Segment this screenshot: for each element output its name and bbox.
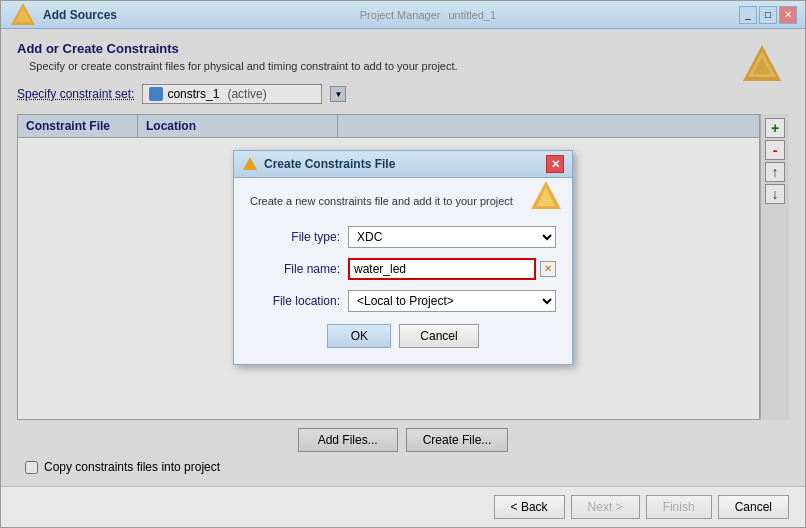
modal-content: Create a new constraints file and add it… [234, 178, 572, 363]
tab-untitled[interactable]: untitled_1 [449, 9, 497, 21]
title-bar-left: Add Sources [9, 1, 117, 29]
file-location-row: File location: <Local to Project> [250, 290, 556, 312]
nav-buttons: < Back Next > Finish Cancel [1, 486, 805, 527]
main-window: Add Sources Project Manager untitled_1 _… [0, 0, 806, 528]
modal-overlay: Create Constraints File ✕ Create a new c… [1, 29, 805, 486]
app-icon [9, 1, 37, 29]
modal-buttons: OK Cancel [250, 324, 556, 348]
content-area: Add or Create Constraints Specify or cre… [1, 29, 805, 486]
modal-title: Create Constraints File [264, 157, 395, 171]
title-bar-tabs: Project Manager untitled_1 [360, 9, 496, 21]
minimize-button[interactable]: _ [739, 6, 757, 24]
window-title: Add Sources [43, 8, 117, 22]
title-bar-controls: _ □ ✕ [739, 6, 797, 24]
modal-description: Create a new constraints file and add it… [250, 194, 556, 209]
back-button[interactable]: < Back [494, 495, 565, 519]
tab-project-manager[interactable]: Project Manager [360, 9, 441, 21]
modal-brand-logo [528, 178, 564, 214]
file-location-label: File location: [250, 294, 340, 308]
file-location-select[interactable]: <Local to Project> [348, 290, 556, 312]
create-constraints-modal: Create Constraints File ✕ Create a new c… [233, 150, 573, 364]
file-type-label: File type: [250, 230, 340, 244]
svg-marker-5 [243, 157, 257, 170]
cancel-button[interactable]: Cancel [718, 495, 789, 519]
modal-close-button[interactable]: ✕ [546, 155, 564, 173]
maximize-button[interactable]: □ [759, 6, 777, 24]
modal-title-left: Create Constraints File [242, 156, 395, 172]
file-name-row: File name: ✕ [250, 258, 556, 280]
modal-cancel-button[interactable]: Cancel [399, 324, 478, 348]
modal-icon [242, 156, 258, 172]
file-type-select[interactable]: XDC [348, 226, 556, 248]
file-name-control: ✕ [348, 258, 556, 280]
file-name-input[interactable] [348, 258, 536, 280]
file-type-row: File type: XDC [250, 226, 556, 248]
file-name-clear-button[interactable]: ✕ [540, 261, 556, 277]
modal-logo [528, 178, 564, 217]
modal-title-bar: Create Constraints File ✕ [234, 151, 572, 178]
finish-button[interactable]: Finish [646, 495, 712, 519]
title-bar: Add Sources Project Manager untitled_1 _… [1, 1, 805, 29]
modal-ok-button[interactable]: OK [327, 324, 391, 348]
close-button[interactable]: ✕ [779, 6, 797, 24]
file-location-control: <Local to Project> [348, 290, 556, 312]
file-type-control: XDC [348, 226, 556, 248]
next-button[interactable]: Next > [571, 495, 640, 519]
file-name-label: File name: [250, 262, 340, 276]
